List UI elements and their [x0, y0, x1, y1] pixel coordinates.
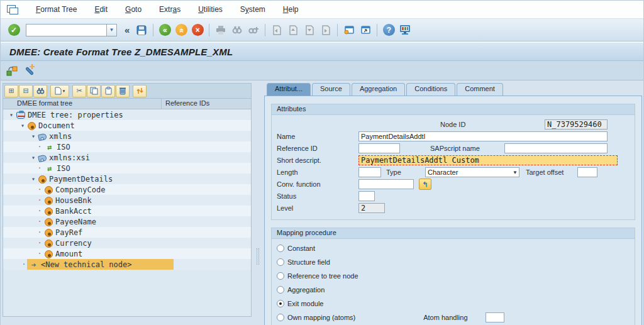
tree-item-xmlns-xsi[interactable]: ▾xmlns:xsi — [3, 152, 251, 163]
paste-icon[interactable] — [101, 85, 115, 97]
find-icon[interactable] — [230, 23, 245, 38]
exit-module-icon: ⇄ — [45, 143, 54, 151]
menu-extras[interactable]: Extras — [150, 3, 189, 16]
create-node-icon[interactable]: ▾ — [50, 85, 69, 97]
exchange-nodes-icon[interactable] — [133, 85, 147, 97]
reference-id-field[interactable] — [358, 143, 400, 153]
referenced-tree-icon[interactable] — [6, 64, 18, 77]
last-page-icon[interactable] — [318, 23, 333, 38]
conv-function-button[interactable]: ↰ — [419, 179, 431, 190]
node-icon — [45, 207, 53, 216]
next-page-icon[interactable] — [302, 23, 317, 38]
node-id-label: Node ID — [440, 121, 545, 128]
tree-item-payref[interactable]: ·PayRef — [3, 227, 251, 238]
node-detail-panel: Attribut... Source Aggregation Condition… — [264, 83, 642, 325]
command-dropdown-icon[interactable]: ▼ — [106, 24, 117, 36]
tree-find-icon[interactable] — [33, 85, 47, 97]
mapping-option-constant[interactable]: Constant — [277, 243, 630, 253]
atom-handling-field[interactable] — [486, 312, 504, 322]
help-icon[interactable]: ? — [381, 23, 396, 38]
mapping-option-reference-to-tree-node[interactable]: Reference to tree node — [277, 270, 630, 281]
find-next-icon[interactable] — [246, 23, 261, 38]
sapscript-name-label: SAPscript name — [430, 145, 504, 152]
length-field[interactable] — [358, 167, 381, 177]
short-descript-field[interactable] — [358, 155, 618, 165]
tree-item-document[interactable]: ▾Document — [3, 120, 251, 131]
tree-item-iso-2[interactable]: ·⇄ISO — [3, 163, 251, 174]
delete-icon[interactable] — [116, 85, 130, 97]
tree-item-bankacct[interactable]: ·BankAcct — [3, 206, 251, 216]
expand-all-icon[interactable]: ⊞ — [4, 85, 18, 97]
atom-handling-label: Atom handling — [423, 314, 467, 321]
target-offset-field[interactable] — [577, 167, 597, 177]
name-field[interactable] — [358, 131, 608, 141]
status-field[interactable] — [358, 191, 375, 201]
tree-item-currency[interactable]: ·Currency — [3, 238, 251, 248]
enter-icon[interactable]: ✓ — [6, 23, 21, 38]
mapping-option-exit-module[interactable]: Exit module — [277, 298, 630, 309]
column-reference-ids[interactable]: Reference IDs — [162, 99, 251, 109]
copy-icon[interactable] — [87, 85, 101, 97]
exit-icon[interactable]: × — [190, 23, 205, 38]
mapping-option-structure-field[interactable]: Structure field — [277, 256, 630, 267]
conv-function-field[interactable] — [358, 179, 414, 189]
tree-item-iso-1[interactable]: ·⇄ISO — [3, 141, 251, 152]
create-shortcut-icon[interactable] — [358, 23, 373, 38]
type-field[interactable] — [425, 167, 519, 177]
target-offset-label: Target offset — [526, 168, 577, 176]
menu-format-tree[interactable]: Format Tree — [27, 3, 86, 16]
mapping-option-own-mapping[interactable]: Own mapping (atoms) Atom handling — [277, 312, 630, 322]
column-dmee-format-tree[interactable]: DMEE format tree — [3, 99, 162, 109]
type-combobox[interactable] — [425, 167, 519, 177]
print-icon[interactable] — [213, 23, 228, 38]
collapse-all-icon[interactable]: ⊟ — [19, 85, 33, 97]
mapping-option-aggregation[interactable]: Aggregation — [277, 284, 630, 295]
tree-item-companycode[interactable]: ·CompanyCode — [3, 184, 251, 195]
menu-edit[interactable]: Edit — [86, 3, 116, 16]
page-up-icon[interactable]: « — [174, 23, 189, 38]
tab-attributes[interactable]: Attribut... — [267, 83, 311, 96]
tree-item-xmlns[interactable]: ▾xmlns — [3, 131, 251, 141]
previous-page-icon[interactable] — [286, 23, 301, 38]
session-icon[interactable] — [7, 5, 18, 14]
back-icon[interactable]: « — [157, 23, 172, 38]
panel-splitter[interactable] — [252, 83, 264, 325]
radio-icon — [277, 314, 284, 321]
wizard-wand-icon[interactable] — [23, 64, 36, 77]
tree-item-paymentdetails[interactable]: ▾PaymentDetails — [3, 174, 251, 184]
tree-item-payeename[interactable]: ·PayeeName — [3, 216, 251, 227]
radio-icon — [277, 245, 284, 252]
menu-system[interactable]: System — [231, 3, 274, 16]
application-toolbar — [1, 61, 643, 80]
menu-help[interactable]: Help — [274, 3, 308, 16]
sapscript-name-field[interactable] — [504, 143, 608, 153]
tree-column-headers: DMEE format tree Reference IDs — [3, 99, 251, 109]
node-icon — [45, 218, 53, 226]
tree-item-new-technical-node[interactable]: ·➜<New technical node> — [3, 259, 251, 270]
tab-conditions[interactable]: Conditions — [406, 83, 455, 96]
command-input[interactable] — [26, 24, 106, 36]
tree-item-housebnk[interactable]: ·HouseBnk — [3, 195, 251, 206]
customize-layout-icon[interactable] — [397, 23, 413, 38]
node-icon — [45, 197, 53, 205]
tree-item-root[interactable]: ▾DMEE tree: properties — [3, 109, 251, 120]
tab-comment[interactable]: Comment — [457, 83, 503, 96]
tab-source[interactable]: Source — [312, 83, 350, 96]
new-session-icon[interactable] — [341, 23, 357, 38]
type-label: Type — [386, 168, 425, 176]
dmee-root-icon — [16, 112, 25, 119]
tree-item-amount[interactable]: ·Amount — [3, 248, 251, 259]
menu-goto[interactable]: Goto — [116, 3, 150, 16]
main-content: ⊞ ⊟ ▾ ✂ — [1, 80, 643, 325]
page-title: DMEE: Create Format Tree Z_DMESAMPLE_XML — [9, 47, 233, 57]
node-icon — [28, 122, 36, 130]
tab-aggregation[interactable]: Aggregation — [352, 83, 405, 96]
node-icon — [45, 229, 53, 237]
collapse-command-icon[interactable]: « — [121, 25, 133, 35]
cut-icon[interactable]: ✂ — [72, 85, 86, 97]
save-icon[interactable] — [134, 23, 149, 38]
first-page-icon[interactable] — [269, 23, 284, 38]
format-tree-panel: ⊞ ⊟ ▾ ✂ — [3, 83, 252, 317]
radio-icon — [277, 300, 284, 307]
menu-utilities[interactable]: Utilities — [189, 3, 231, 16]
